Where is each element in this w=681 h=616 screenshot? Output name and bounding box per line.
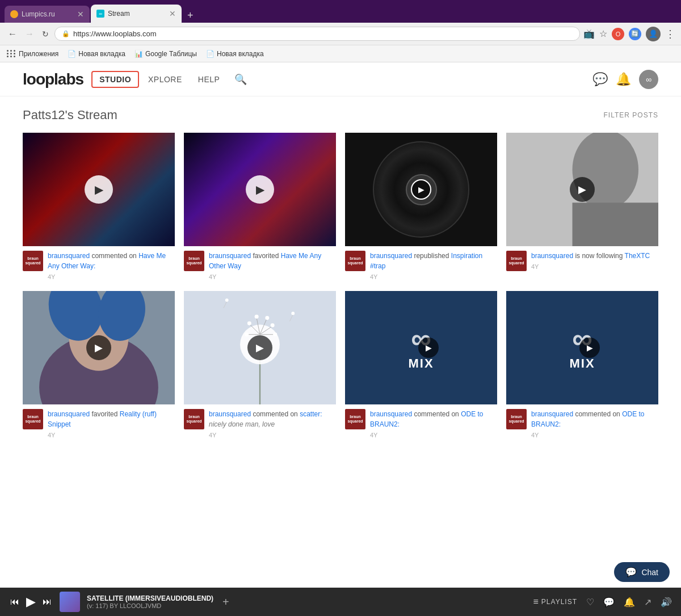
notifications-icon[interactable]: 🔔 [616, 72, 631, 87]
user-avatar-header[interactable]: ∞ [639, 70, 658, 89]
url-text: https://www.looplabs.com [73, 29, 157, 38]
post-user-4[interactable]: braunsquared [531, 252, 573, 260]
svg-point-12 [255, 314, 259, 318]
post-age-1: 4Y [48, 272, 175, 282]
play-button-2[interactable]: ▶ [246, 175, 274, 204]
mix-label-8: MIX [569, 356, 595, 371]
post-user-1[interactable]: braunsquared [48, 252, 90, 260]
track-info: SATELLITE (IMMERSIVEAUDIOBLEND) (v: 117)… [87, 594, 213, 609]
site-nav: STUDIO XPLORE HELP 🔍 [91, 70, 253, 88]
post-meta-4: braunsquared is now following TheXTC 4Y [531, 251, 650, 272]
post-avatar-7: braunsquared [345, 409, 365, 429]
next-button[interactable]: ⏭ [41, 596, 53, 608]
profile-avatar[interactable]: 👤 [646, 27, 661, 41]
play-button-4[interactable]: ▶ [570, 177, 595, 202]
post-thumb-4[interactable]: ▶ [506, 133, 658, 246]
repost-button[interactable]: 🔔 [624, 597, 635, 607]
posts-grid-row2: ▶ braunsquared braunsquared favorited Re… [23, 291, 658, 440]
post-card-1: ▶ braunsquared braunsquared commented on… [23, 133, 175, 282]
add-to-queue-button[interactable]: + [222, 596, 229, 609]
sync-icon[interactable]: 🔄 [629, 28, 641, 40]
post-thumb-2[interactable]: ▶ [184, 133, 336, 246]
sheets-label: Google Таблицы [145, 50, 197, 58]
play-button-7[interactable]: ▶ [418, 337, 439, 358]
track-sub: (v: 117) BY LLCOOLJVMD [87, 602, 213, 609]
post-thumb-7[interactable]: ∞ MIX ▶ [345, 291, 497, 404]
nav-studio[interactable]: STUDIO [91, 71, 139, 88]
extensions-area: 📺 ☆ O 🔄 👤 ⋮ [583, 27, 675, 41]
nav-explore[interactable]: XPLORE [141, 72, 189, 87]
chat-header-icon[interactable]: 💬 [592, 72, 608, 87]
chat-bubble-icon: 💬 [625, 567, 637, 577]
bookmark-sheets[interactable]: 📊 Google Таблицы [134, 50, 197, 58]
bookmark-apps[interactable]: Приложения [7, 50, 58, 58]
nav-search-icon[interactable]: 🔍 [229, 70, 253, 88]
svg-point-22 [273, 332, 277, 336]
post-user-5[interactable]: braunsquared [48, 410, 90, 418]
prev-button[interactable]: ⏮ [9, 596, 20, 608]
vinyl-play[interactable]: ▶ [411, 179, 431, 200]
forward-button[interactable]: → [23, 28, 36, 40]
opera-icon[interactable]: O [612, 28, 624, 40]
lumpics-tab-close[interactable]: ✕ [77, 10, 84, 19]
post-info-5: braunsquared braunsquared favorited Real… [23, 409, 175, 440]
site-logo[interactable]: looplabs [23, 70, 83, 88]
bookmark-new-tab-1[interactable]: 📄 Новая вкладка [68, 50, 125, 58]
filter-posts-button[interactable]: FILTER POSTS [604, 111, 658, 119]
post-card-7: ∞ MIX ▶ braunsquared braunsquared commen… [345, 291, 497, 440]
play-button-5[interactable]: ▶ [86, 335, 111, 360]
share-button[interactable]: ↗ [644, 597, 651, 607]
page-icon-2: 📄 [206, 50, 215, 58]
play-button-1[interactable]: ▶ [85, 175, 113, 204]
post-user-8[interactable]: braunsquared [531, 410, 573, 418]
play-button-8[interactable]: ▶ [579, 337, 600, 358]
play-button-6[interactable]: ▶ [247, 335, 272, 360]
post-meta-8: braunsquared commented on ODE to BRAUN2:… [531, 409, 658, 440]
bookmarks-bar: Приложения 📄 Новая вкладка 📊 Google Табл… [0, 45, 681, 62]
cast-icon[interactable]: 📺 [583, 28, 595, 39]
back-button[interactable]: ← [6, 28, 19, 40]
svg-point-24 [225, 298, 229, 302]
post-user-7[interactable]: braunsquared [370, 410, 412, 418]
post-thumb-5[interactable]: ▶ [23, 291, 175, 404]
post-user-2[interactable]: braunsquared [209, 252, 251, 260]
like-button[interactable]: ♡ [586, 597, 594, 607]
posts-grid-row1: ▶ braunsquared braunsquared commented on… [23, 133, 658, 282]
bookmark-new-tab-2[interactable]: 📄 Новая вкладка [206, 50, 264, 58]
post-thumb-1[interactable]: ▶ [23, 133, 175, 246]
url-bar[interactable]: 🔒 https://www.looplabs.com [54, 27, 580, 41]
tab-lumpics[interactable]: Lumpics.ru ✕ [5, 6, 90, 23]
post-thumb-3[interactable]: ▶ [345, 133, 497, 246]
post-thumb-8[interactable]: ∞ MIX ▶ [506, 291, 658, 404]
post-avatar-5: braunsquared [23, 409, 43, 429]
new-tab-button[interactable]: + [182, 10, 199, 22]
comment-button[interactable]: 💬 [603, 597, 615, 607]
bookmark-icon[interactable]: ☆ [599, 28, 607, 39]
chat-bubble[interactable]: 💬 Chat [614, 562, 670, 582]
post-meta-5: braunsquared favorited Reality (ruff) Sn… [48, 409, 175, 440]
post-link-4[interactable]: TheXTC [625, 252, 650, 260]
nav-help[interactable]: HELP [191, 72, 227, 87]
post-age-4: 4Y [531, 262, 650, 272]
post-avatar-8: braunsquared [506, 409, 527, 429]
post-card-4: ▶ braunsquared braunsquared is now follo… [506, 133, 658, 282]
stream-favicon: ∞ [96, 10, 104, 18]
post-age-7: 4Y [370, 431, 497, 440]
playlist-button[interactable]: ≡ PLAYLIST [533, 597, 577, 607]
help-label: HELP [198, 75, 220, 84]
tab-stream[interactable]: ∞ Stream ✕ [91, 5, 182, 23]
post-info-8: braunsquared braunsquared commented on O… [506, 409, 658, 440]
svg-point-18 [271, 323, 275, 327]
volume-button[interactable]: 🔊 [661, 597, 672, 607]
post-info-3: braunsquared braunsquared republished In… [345, 251, 497, 282]
menu-icon[interactable]: ⋮ [665, 28, 675, 40]
post-thumb-6[interactable]: ▶ [184, 291, 336, 404]
reload-button[interactable]: ↻ [40, 28, 51, 40]
post-link-6[interactable]: scatter: [300, 410, 322, 418]
post-info-6: braunsquared braunsquared commented on s… [184, 409, 336, 440]
post-user-6[interactable]: braunsquared [209, 410, 251, 418]
stream-tab-close[interactable]: ✕ [169, 9, 176, 18]
track-title: SATELLITE (IMMERSIVEAUDIOBLEND) [87, 594, 213, 602]
post-user-3[interactable]: braunsquared [370, 252, 412, 260]
play-pause-button[interactable]: ▶ [25, 593, 37, 610]
